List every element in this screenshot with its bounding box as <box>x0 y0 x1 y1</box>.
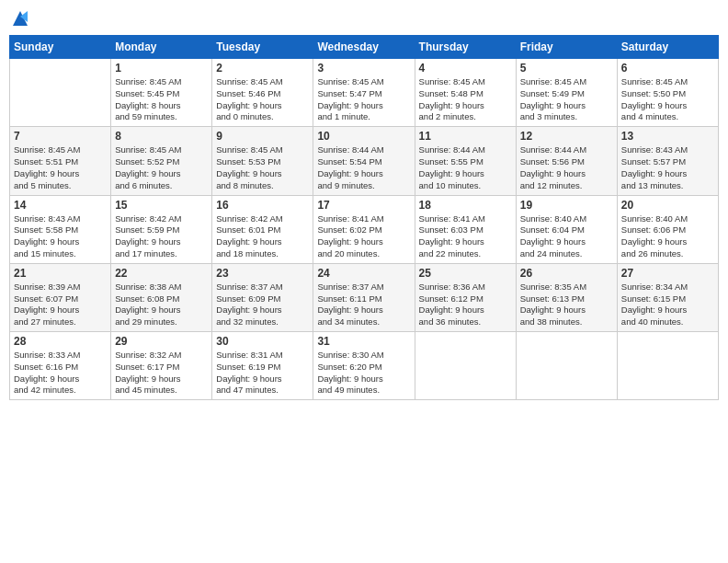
calendar-cell <box>617 332 718 400</box>
day-info: Sunrise: 8:37 AMSunset: 6:09 PMDaylight:… <box>216 282 309 328</box>
day-info: Sunrise: 8:45 AMSunset: 5:50 PMDaylight:… <box>621 76 714 123</box>
day-number: 14 <box>14 199 107 212</box>
day-info: Sunrise: 8:43 AMSunset: 5:57 PMDaylight:… <box>621 144 714 191</box>
calendar-cell: 29Sunrise: 8:32 AMSunset: 6:17 PMDayligh… <box>111 332 212 400</box>
day-info: Sunrise: 8:45 AMSunset: 5:48 PMDaylight:… <box>419 76 512 123</box>
day-info: Sunrise: 8:37 AMSunset: 6:11 PMDaylight:… <box>317 282 410 328</box>
day-number: 15 <box>115 199 208 212</box>
calendar-cell: 9Sunrise: 8:45 AMSunset: 5:53 PMDaylight… <box>212 127 313 195</box>
day-info: Sunrise: 8:44 AMSunset: 5:56 PMDaylight:… <box>520 144 613 191</box>
day-of-week-header: Saturday <box>617 36 718 59</box>
day-info: Sunrise: 8:44 AMSunset: 5:54 PMDaylight:… <box>317 144 410 191</box>
calendar-cell: 11Sunrise: 8:44 AMSunset: 5:55 PMDayligh… <box>415 127 516 195</box>
calendar-cell: 1Sunrise: 8:45 AMSunset: 5:45 PMDaylight… <box>111 59 212 127</box>
day-number: 27 <box>621 267 714 280</box>
day-info: Sunrise: 8:45 AMSunset: 5:49 PMDaylight:… <box>520 76 613 123</box>
logo-icon <box>11 9 29 28</box>
day-info: Sunrise: 8:43 AMSunset: 5:58 PMDaylight:… <box>14 213 107 260</box>
day-number: 26 <box>520 267 613 280</box>
day-info: Sunrise: 8:33 AMSunset: 6:16 PMDaylight:… <box>14 350 107 396</box>
calendar-week-row: 1Sunrise: 8:45 AMSunset: 5:45 PMDaylight… <box>10 59 719 127</box>
calendar-cell: 27Sunrise: 8:34 AMSunset: 6:15 PMDayligh… <box>617 263 718 331</box>
calendar-table: SundayMondayTuesdayWednesdayThursdayFrid… <box>9 35 719 400</box>
calendar-cell: 12Sunrise: 8:44 AMSunset: 5:56 PMDayligh… <box>516 127 617 195</box>
day-number: 8 <box>115 130 208 143</box>
day-number: 28 <box>14 335 107 348</box>
day-number: 25 <box>419 267 512 280</box>
calendar-cell <box>10 59 111 127</box>
day-of-week-header: Sunday <box>10 36 111 59</box>
day-info: Sunrise: 8:45 AMSunset: 5:52 PMDaylight:… <box>115 144 208 191</box>
calendar-cell <box>516 332 617 400</box>
calendar-cell: 2Sunrise: 8:45 AMSunset: 5:46 PMDaylight… <box>212 59 313 127</box>
day-info: Sunrise: 8:45 AMSunset: 5:45 PMDaylight:… <box>115 76 208 123</box>
day-info: Sunrise: 8:42 AMSunset: 6:01 PMDaylight:… <box>216 213 309 260</box>
logo <box>9 9 29 28</box>
calendar-cell: 5Sunrise: 8:45 AMSunset: 5:49 PMDaylight… <box>516 59 617 127</box>
day-info: Sunrise: 8:45 AMSunset: 5:53 PMDaylight:… <box>216 144 309 191</box>
calendar-cell: 4Sunrise: 8:45 AMSunset: 5:48 PMDaylight… <box>415 59 516 127</box>
day-info: Sunrise: 8:41 AMSunset: 6:03 PMDaylight:… <box>419 213 512 260</box>
day-number: 4 <box>419 62 512 75</box>
day-number: 2 <box>216 62 309 75</box>
day-number: 7 <box>14 130 107 143</box>
calendar-cell: 14Sunrise: 8:43 AMSunset: 5:58 PMDayligh… <box>10 195 111 263</box>
day-number: 19 <box>520 199 613 212</box>
calendar-cell: 25Sunrise: 8:36 AMSunset: 6:12 PMDayligh… <box>415 263 516 331</box>
calendar-cell: 21Sunrise: 8:39 AMSunset: 6:07 PMDayligh… <box>10 263 111 331</box>
day-info: Sunrise: 8:45 AMSunset: 5:46 PMDaylight:… <box>216 76 309 123</box>
day-info: Sunrise: 8:41 AMSunset: 6:02 PMDaylight:… <box>317 213 410 260</box>
day-of-week-header: Thursday <box>415 36 516 59</box>
day-number: 21 <box>14 267 107 280</box>
header-row: SundayMondayTuesdayWednesdayThursdayFrid… <box>10 36 719 59</box>
day-info: Sunrise: 8:39 AMSunset: 6:07 PMDaylight:… <box>14 282 107 328</box>
calendar-cell: 23Sunrise: 8:37 AMSunset: 6:09 PMDayligh… <box>212 263 313 331</box>
day-number: 29 <box>115 335 208 348</box>
calendar-week-row: 7Sunrise: 8:45 AMSunset: 5:51 PMDaylight… <box>10 127 719 195</box>
page: SundayMondayTuesdayWednesdayThursdayFrid… <box>0 0 728 563</box>
day-number: 3 <box>317 62 410 75</box>
calendar-cell: 10Sunrise: 8:44 AMSunset: 5:54 PMDayligh… <box>313 127 415 195</box>
header <box>9 9 719 28</box>
calendar-cell: 16Sunrise: 8:42 AMSunset: 6:01 PMDayligh… <box>212 195 313 263</box>
day-info: Sunrise: 8:40 AMSunset: 6:06 PMDaylight:… <box>621 213 714 260</box>
calendar-cell: 20Sunrise: 8:40 AMSunset: 6:06 PMDayligh… <box>617 195 718 263</box>
calendar-cell: 18Sunrise: 8:41 AMSunset: 6:03 PMDayligh… <box>415 195 516 263</box>
day-number: 11 <box>419 130 512 143</box>
day-of-week-header: Monday <box>111 36 212 59</box>
calendar-week-row: 21Sunrise: 8:39 AMSunset: 6:07 PMDayligh… <box>10 263 719 331</box>
calendar-cell: 13Sunrise: 8:43 AMSunset: 5:57 PMDayligh… <box>617 127 718 195</box>
calendar-cell: 6Sunrise: 8:45 AMSunset: 5:50 PMDaylight… <box>617 59 718 127</box>
day-info: Sunrise: 8:34 AMSunset: 6:15 PMDaylight:… <box>621 282 714 328</box>
day-number: 22 <box>115 267 208 280</box>
day-info: Sunrise: 8:42 AMSunset: 5:59 PMDaylight:… <box>115 213 208 260</box>
calendar-cell: 24Sunrise: 8:37 AMSunset: 6:11 PMDayligh… <box>313 263 415 331</box>
day-info: Sunrise: 8:32 AMSunset: 6:17 PMDaylight:… <box>115 350 208 396</box>
calendar-week-row: 28Sunrise: 8:33 AMSunset: 6:16 PMDayligh… <box>10 332 719 400</box>
day-info: Sunrise: 8:31 AMSunset: 6:19 PMDaylight:… <box>216 350 309 396</box>
day-info: Sunrise: 8:44 AMSunset: 5:55 PMDaylight:… <box>419 144 512 191</box>
calendar-cell: 28Sunrise: 8:33 AMSunset: 6:16 PMDayligh… <box>10 332 111 400</box>
calendar-cell <box>415 332 516 400</box>
calendar-cell: 17Sunrise: 8:41 AMSunset: 6:02 PMDayligh… <box>313 195 415 263</box>
calendar-cell: 15Sunrise: 8:42 AMSunset: 5:59 PMDayligh… <box>111 195 212 263</box>
day-number: 30 <box>216 335 309 348</box>
calendar-week-row: 14Sunrise: 8:43 AMSunset: 5:58 PMDayligh… <box>10 195 719 263</box>
day-number: 9 <box>216 130 309 143</box>
calendar-cell: 3Sunrise: 8:45 AMSunset: 5:47 PMDaylight… <box>313 59 415 127</box>
calendar-cell: 30Sunrise: 8:31 AMSunset: 6:19 PMDayligh… <box>212 332 313 400</box>
day-of-week-header: Friday <box>516 36 617 59</box>
calendar-cell: 7Sunrise: 8:45 AMSunset: 5:51 PMDaylight… <box>10 127 111 195</box>
day-number: 6 <box>621 62 714 75</box>
day-number: 20 <box>621 199 714 212</box>
day-info: Sunrise: 8:36 AMSunset: 6:12 PMDaylight:… <box>419 282 512 328</box>
calendar-cell: 31Sunrise: 8:30 AMSunset: 6:20 PMDayligh… <box>313 332 415 400</box>
day-info: Sunrise: 8:38 AMSunset: 6:08 PMDaylight:… <box>115 282 208 328</box>
day-of-week-header: Wednesday <box>313 36 415 59</box>
day-info: Sunrise: 8:45 AMSunset: 5:51 PMDaylight:… <box>14 144 107 191</box>
day-number: 5 <box>520 62 613 75</box>
calendar-cell: 26Sunrise: 8:35 AMSunset: 6:13 PMDayligh… <box>516 263 617 331</box>
day-number: 18 <box>419 199 512 212</box>
calendar-cell: 22Sunrise: 8:38 AMSunset: 6:08 PMDayligh… <box>111 263 212 331</box>
calendar-cell: 19Sunrise: 8:40 AMSunset: 6:04 PMDayligh… <box>516 195 617 263</box>
